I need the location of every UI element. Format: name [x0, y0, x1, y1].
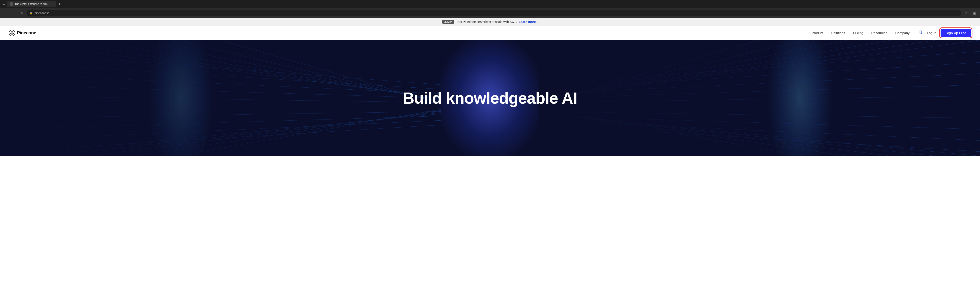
browser-toolbar: ← → ↻ 🔒 pinecone.io ☆ ▣ — [0, 8, 980, 18]
learn-more-link[interactable]: Learn more › — [519, 20, 538, 24]
new-tab-button[interactable]: + — [57, 2, 62, 6]
forward-button[interactable]: → — [11, 10, 17, 16]
address-bar[interactable]: 🔒 pinecone.io — [27, 10, 961, 16]
svg-rect-54 — [539, 40, 980, 156]
tab-close-button[interactable]: × — [52, 2, 54, 6]
nav-resources[interactable]: Resources — [871, 31, 887, 35]
bookmark-button[interactable]: ☆ — [963, 10, 969, 16]
learn-badge: LEARN — [442, 20, 454, 24]
pinecone-logo-icon — [9, 30, 15, 36]
address-url: pinecone.io — [35, 11, 49, 15]
nav-links: Product Solutions Pricing Resources Comp… — [812, 31, 910, 35]
grid-right — [539, 40, 980, 156]
website-content: LEARN Test Pinecone serverless at scale … — [0, 18, 980, 156]
announcement-text: Test Pinecone serverless at scale with A… — [456, 20, 517, 24]
signup-button[interactable]: Sign Up Free — [940, 29, 971, 37]
sidebar-toggle-button[interactable]: ▣ — [971, 10, 977, 16]
address-security-icon: 🔒 — [29, 11, 33, 14]
svg-line-10 — [921, 33, 922, 34]
nav-solutions[interactable]: Solutions — [831, 31, 845, 35]
browser-chrome: ⌄ The vector database to build kn × + ← … — [0, 0, 980, 18]
browser-tab-active[interactable]: The vector database to build kn × — [7, 1, 56, 7]
search-icon[interactable] — [918, 30, 923, 35]
logo-area[interactable]: Pinecone — [9, 30, 36, 36]
nav-product[interactable]: Product — [812, 31, 823, 35]
tab-title: The vector database to build kn — [15, 2, 50, 6]
navbar: Pinecone Product Solutions Pricing Resou… — [0, 26, 980, 40]
back-button[interactable]: ← — [3, 10, 9, 16]
logo-text: Pinecone — [17, 30, 36, 35]
toolbar-actions: ☆ ▣ — [963, 10, 977, 16]
svg-point-0 — [9, 30, 15, 36]
nav-pricing[interactable]: Pricing — [853, 31, 863, 35]
svg-rect-32 — [0, 40, 441, 156]
refresh-button[interactable]: ↻ — [19, 10, 25, 16]
hero-section: Build knowledgeable AI — [0, 40, 980, 156]
svg-point-1 — [11, 31, 13, 32]
tab-dropdown[interactable]: ⌄ — [2, 2, 6, 7]
tab-favicon — [10, 2, 13, 6]
nav-actions: Log In Sign Up Free — [918, 29, 971, 37]
nav-company[interactable]: Company — [896, 31, 910, 35]
announcement-bar: LEARN Test Pinecone serverless at scale … — [0, 18, 980, 26]
hero-title: Build knowledgeable AI — [403, 89, 577, 107]
tab-bar: ⌄ The vector database to build kn × + — [0, 0, 980, 8]
grid-left — [0, 40, 441, 156]
login-link[interactable]: Log In — [927, 31, 936, 35]
